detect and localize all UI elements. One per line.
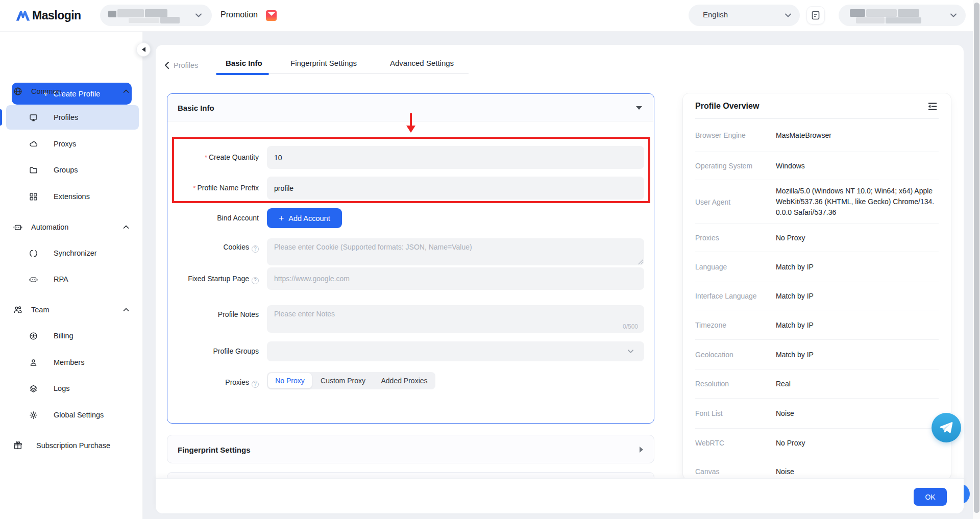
sidebar-item-rpa[interactable]: RPA — [0, 267, 143, 291]
cookies-label: Cookies? — [158, 243, 259, 253]
language-dropdown[interactable]: English — [689, 5, 800, 26]
overview-row: ResolutionReal — [695, 369, 939, 399]
overview-row-label: Geolocation — [695, 351, 776, 359]
sidebar-item-global-settings[interactable]: Global Settings — [0, 403, 143, 427]
sidebar-label: Synchronizer — [54, 249, 97, 257]
chevron-up-icon — [123, 308, 129, 312]
bot-icon — [29, 275, 38, 284]
monitor-icon — [29, 113, 38, 122]
gear-icon — [29, 411, 38, 419]
cookies-textarea[interactable] — [267, 238, 644, 265]
sidebar-item-extensions[interactable]: Extensions — [0, 185, 143, 208]
overview-row: Interface LanguageMatch by IP — [695, 282, 939, 310]
segment-added-proxies[interactable]: Added Proxies — [374, 373, 434, 388]
overview-row-label: Proxies — [695, 234, 776, 242]
segment-custom-proxy[interactable]: Custom Proxy — [312, 373, 374, 388]
overview-row: User AgentMozilla/5.0 (Windows NT 10.0; … — [695, 180, 939, 224]
overview-row-value: Mozilla/5.0 (Windows NT 10.0; Win64; x64… — [776, 186, 939, 218]
overview-row: Browser EngineMasMateBrowser — [695, 119, 939, 152]
sidebar-label: Groups — [54, 166, 78, 174]
basic-info-title: Basic Info — [178, 94, 214, 121]
segment-no-proxy[interactable]: No Proxy — [268, 373, 312, 388]
add-account-button[interactable]: +Add Account — [267, 208, 342, 228]
overview-row-label: Timezone — [695, 321, 776, 329]
notes-button[interactable] — [806, 6, 825, 24]
sidebar-item-members[interactable]: Members — [0, 351, 143, 374]
telegram-plane-icon — [939, 420, 954, 435]
sidebar: +Create Profile CommonProfilesProxysGrou… — [0, 32, 143, 519]
breadcrumb[interactable]: Profiles — [164, 59, 198, 71]
overview-row-label: Font List — [695, 409, 776, 417]
profile-groups-label: Profile Groups — [158, 347, 259, 355]
sidebar-item-profiles[interactable]: Profiles — [0, 106, 143, 129]
top-header: Maslogin Promotion English — [0, 0, 980, 32]
collapse-caret-icon — [636, 106, 642, 110]
help-icon[interactable]: ? — [252, 277, 259, 284]
tab-strip: Basic Info Fingerprint Settings Advanced… — [216, 57, 469, 74]
sidebar-item-proxys[interactable]: Proxys — [0, 132, 143, 156]
account-dropdown[interactable] — [839, 5, 966, 26]
sidebar-label: Proxys — [54, 140, 76, 148]
gauge-icon — [29, 332, 38, 340]
layers-icon — [29, 384, 38, 393]
sidebar-group-common[interactable]: Common — [0, 80, 143, 103]
chevron-down-icon — [627, 349, 634, 354]
sidebar-label: Common — [31, 87, 61, 95]
sidebar-item-subscription-purchase[interactable]: Subscription Purchase — [0, 434, 143, 457]
overview-row-value: Noise — [776, 408, 939, 418]
sidebar-item-groups[interactable]: Groups — [0, 158, 143, 182]
notes-char-counter: 0/500 — [587, 323, 638, 330]
proxies-segmented-control: No Proxy Custom Proxy Added Proxies — [267, 372, 435, 389]
fingerprint-settings-title: Fingerprint Settings — [178, 435, 251, 464]
back-chevron-icon — [164, 61, 169, 69]
profile-overview-title: Profile Overview — [695, 93, 759, 118]
profile-groups-select[interactable] — [267, 341, 644, 361]
breadcrumb-label: Profiles — [174, 61, 198, 69]
globe-icon — [13, 87, 22, 96]
tab-basic-info[interactable]: Basic Info — [226, 59, 262, 67]
overview-row: CanvasNoise — [695, 457, 939, 480]
sidebar-label: Subscription Purchase — [36, 441, 110, 450]
annotation-red-arrow-head — [406, 126, 415, 133]
sidebar-group-automation[interactable]: Automation — [0, 215, 143, 239]
overview-row-label: Interface Language — [695, 292, 776, 300]
profile-notes-label: Profile Notes — [158, 310, 259, 318]
gift-icon — [13, 441, 22, 450]
sidebar-label: Logs — [54, 384, 69, 392]
tab-advanced-settings[interactable]: Advanced Settings — [390, 59, 454, 67]
overview-row-value: Match by IP — [776, 320, 939, 330]
grid-icon — [29, 192, 38, 201]
scrollbar-thumb[interactable] — [974, 3, 979, 513]
maslogin-logo-icon — [15, 8, 31, 24]
page: Maslogin Promotion English — [0, 0, 980, 519]
sidebar-item-synchronizer[interactable]: Synchronizer — [0, 241, 143, 265]
chevron-down-icon — [950, 13, 957, 18]
profile-overview-panel: Profile Overview Browser EngineMasMateBr… — [683, 93, 951, 480]
promotion-link[interactable]: Promotion — [220, 10, 258, 19]
ok-button[interactable]: OK — [914, 488, 947, 506]
fingerprint-settings-panel[interactable]: Fingerprint Settings — [167, 435, 654, 463]
robot-icon — [13, 223, 22, 232]
overview-row-value: No Proxy — [776, 233, 939, 243]
telegram-button[interactable] — [932, 413, 961, 442]
language-value: English — [703, 10, 728, 19]
overview-row-value: No Proxy — [776, 438, 939, 448]
sidebar-group-team[interactable]: Team — [0, 298, 143, 322]
sidebar-label: Automation — [31, 223, 68, 231]
sidebar-item-logs[interactable]: Logs — [0, 377, 143, 400]
scrollbar-track[interactable] — [973, 0, 980, 519]
footer-bar: OK — [156, 478, 964, 513]
resize-handle[interactable] — [638, 259, 643, 264]
collapse-panel-icon[interactable] — [928, 103, 937, 110]
sidebar-collapse-button[interactable] — [136, 42, 151, 57]
overview-row-label: Operating System — [695, 162, 776, 170]
help-icon[interactable]: ? — [252, 245, 259, 253]
chevron-up-icon — [123, 89, 129, 93]
sidebar-item-billing[interactable]: Billing — [0, 324, 143, 348]
tab-fingerprint-settings[interactable]: Fingerprint Settings — [290, 59, 357, 67]
help-icon[interactable]: ? — [252, 381, 259, 388]
workspace-dropdown[interactable] — [100, 5, 212, 26]
brand-name: Maslogin — [32, 9, 81, 22]
overview-row: ProxiesNo Proxy — [695, 224, 939, 252]
fixed-startup-page-input[interactable] — [267, 267, 644, 290]
